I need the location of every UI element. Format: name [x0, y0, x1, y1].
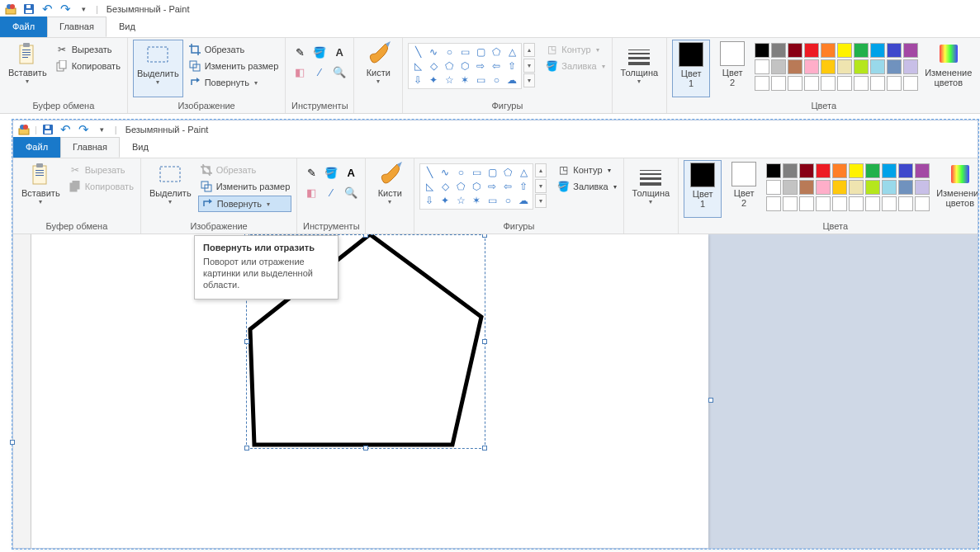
color-swatch[interactable]	[804, 76, 819, 91]
color-swatch[interactable]	[783, 163, 798, 178]
color1-button[interactable]: Цвет 1	[672, 40, 710, 97]
edit-colors-button[interactable]: Изменение цветов	[921, 40, 975, 97]
fill-button[interactable]: 🪣 Заливка ▾	[555, 179, 618, 194]
magnifier-icon[interactable]: 🔍	[342, 183, 360, 201]
shape-downarrow-icon[interactable]: ⇩	[410, 73, 425, 87]
eraser-icon[interactable]: ◧	[291, 63, 309, 81]
tab-home[interactable]: Главная	[60, 137, 120, 158]
canvas-area-inner[interactable]	[13, 234, 978, 548]
pencil-icon[interactable]: ✎	[291, 43, 309, 61]
color-swatch[interactable]	[882, 180, 897, 195]
shape-uparrow-icon[interactable]: ⇧	[504, 59, 519, 73]
outline-button[interactable]: ◳ Контур ▾	[555, 163, 618, 177]
shape-pentagon-icon[interactable]: ⬠	[442, 59, 457, 73]
thickness-button[interactable]: Толщина	[629, 160, 674, 218]
rotate-button[interactable]: Повернуть ▾	[187, 75, 281, 90]
shapes-scroll[interactable]: ▴ ▾ ▾	[523, 43, 535, 87]
tab-file[interactable]: Файл	[13, 137, 60, 158]
color-swatch[interactable]	[870, 43, 885, 58]
tab-home[interactable]: Главная	[47, 17, 107, 37]
color-swatch[interactable]	[882, 163, 897, 178]
bucket-icon[interactable]: 🪣	[310, 43, 329, 61]
color-swatch[interactable]	[771, 59, 786, 74]
thickness-button[interactable]: Толщина	[618, 40, 662, 97]
color-swatch[interactable]	[837, 76, 852, 91]
shape-line-icon[interactable]: ╲	[410, 45, 425, 59]
eyedropper-icon[interactable]: ⁄	[322, 183, 340, 201]
color-swatch[interactable]	[821, 59, 836, 74]
color-swatch[interactable]	[783, 180, 798, 195]
color-swatch[interactable]	[783, 196, 798, 211]
qat-save-icon[interactable]	[21, 2, 36, 17]
color-swatch[interactable]	[816, 163, 831, 178]
fill-button[interactable]: 🪣 Заливка ▾	[543, 59, 606, 73]
cut-button[interactable]: ✂ Вырезать	[54, 42, 122, 57]
color-swatch[interactable]	[903, 76, 918, 91]
color1-button[interactable]: Цвет 1	[684, 160, 722, 218]
bucket-icon[interactable]: 🪣	[322, 163, 340, 182]
color-swatch[interactable]	[755, 76, 769, 91]
color-swatch[interactable]	[865, 163, 880, 178]
tab-view[interactable]: Вид	[120, 137, 161, 158]
text-icon[interactable]: A	[330, 43, 348, 61]
color-swatch[interactable]	[854, 43, 869, 58]
paste-button[interactable]: Вставить	[18, 160, 64, 218]
color-swatch[interactable]	[788, 43, 802, 58]
color-swatch[interactable]	[898, 180, 913, 195]
shapes-gallery[interactable]: ╲∿○▭▢⬠△ ◺◇⬠⬡⇨⇦⇧ ⇩✦☆✶▭○☁	[419, 163, 533, 210]
qat-redo-icon[interactable]: ↷	[77, 122, 92, 137]
qat-customize-icon[interactable]: ▾	[95, 122, 110, 137]
color-swatch[interactable]	[882, 196, 897, 211]
shape-hexagon-icon[interactable]: ⬡	[457, 59, 472, 73]
color2-button[interactable]: Цвет 2	[713, 40, 751, 97]
color-swatch[interactable]	[821, 43, 836, 58]
color-swatch[interactable]	[771, 43, 786, 58]
outline-button[interactable]: ◳ Контур ▾	[543, 42, 606, 57]
pencil-icon[interactable]: ✎	[302, 163, 320, 182]
canvas-handle-outer[interactable]	[10, 440, 15, 445]
color-swatch[interactable]	[788, 76, 802, 91]
scroll-more-icon[interactable]: ▾	[523, 73, 535, 87]
shape-oval-icon[interactable]: ○	[442, 45, 457, 59]
color-swatch[interactable]	[766, 163, 781, 178]
color-swatch[interactable]	[903, 59, 918, 74]
color-swatch[interactable]	[887, 76, 902, 91]
shape-diamond-icon[interactable]: ◇	[426, 59, 441, 73]
color-swatch[interactable]	[799, 163, 814, 178]
shape-rect-icon[interactable]: ▭	[457, 45, 472, 59]
shape-rtri-icon[interactable]: ◺	[410, 59, 425, 73]
color-swatch[interactable]	[804, 59, 819, 74]
color-swatch[interactable]	[865, 196, 880, 211]
shape-leftarrow-icon[interactable]: ⇦	[489, 59, 504, 73]
color-swatch[interactable]	[887, 59, 902, 74]
color-swatch[interactable]	[821, 76, 836, 91]
copy-button[interactable]: Копировать	[54, 59, 122, 73]
color-swatch[interactable]	[816, 196, 831, 211]
shape-callout-cloud-icon[interactable]: ☁	[504, 73, 519, 87]
color-swatch[interactable]	[832, 180, 847, 195]
shapes-scroll[interactable]: ▴▾▾	[535, 163, 547, 208]
rotate-button[interactable]: Повернуть ▾	[198, 196, 292, 212]
qat-undo-icon[interactable]: ↶	[40, 2, 54, 17]
canvas-handle[interactable]	[708, 398, 713, 403]
shape-callout-oval-icon[interactable]: ○	[489, 73, 504, 87]
paste-button[interactable]: Вставить	[5, 40, 50, 97]
shape-5star-icon[interactable]: ☆	[442, 73, 457, 87]
color-swatch[interactable]	[915, 196, 930, 211]
color-swatch[interactable]	[915, 163, 930, 178]
color-swatch[interactable]	[755, 43, 769, 58]
shape-polygon-icon[interactable]: ⬠	[489, 45, 504, 59]
shape-roundrect-icon[interactable]: ▢	[473, 45, 488, 59]
qat-redo-icon[interactable]: ↷	[58, 2, 73, 17]
color-swatch[interactable]	[865, 180, 880, 195]
color-swatch[interactable]	[799, 196, 814, 211]
brushes-button[interactable]: Кисти	[359, 40, 397, 97]
scroll-up-icon[interactable]: ▴	[523, 43, 535, 57]
scroll-down-icon[interactable]: ▾	[523, 59, 535, 73]
color-swatch[interactable]	[903, 43, 918, 58]
eraser-icon[interactable]: ◧	[302, 183, 320, 201]
shape-triangle-icon[interactable]: △	[504, 45, 519, 59]
color-swatch[interactable]	[849, 196, 864, 211]
qat-customize-icon[interactable]: ▾	[76, 2, 91, 17]
color-swatch[interactable]	[837, 43, 852, 58]
